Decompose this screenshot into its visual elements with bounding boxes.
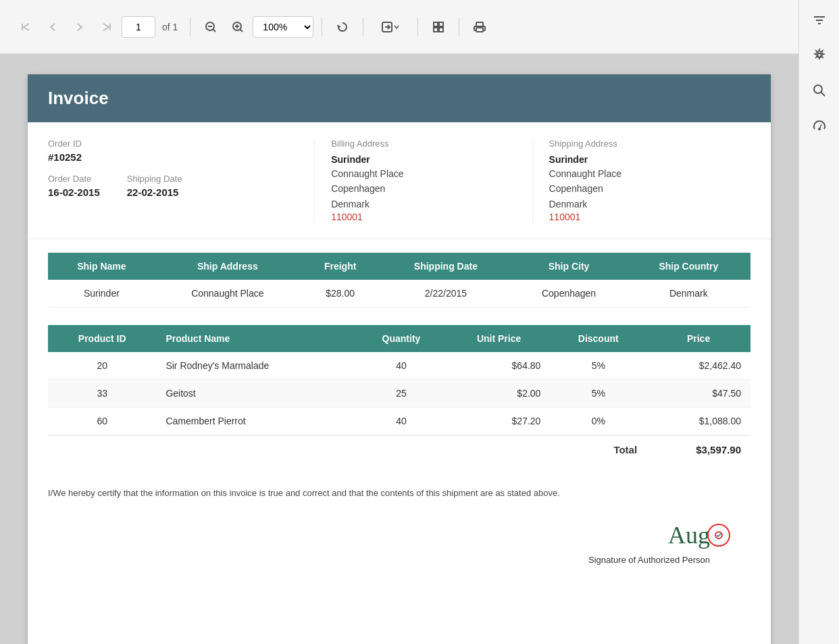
order-date-value: 16-02-2015 xyxy=(48,187,100,198)
freight-cell: $28.00 xyxy=(300,280,380,307)
freight-header: Freight xyxy=(300,253,380,280)
billing-city: Copenhagen xyxy=(331,181,515,196)
divider-5 xyxy=(459,18,459,36)
signature-circle[interactable] xyxy=(707,524,730,547)
settings-icon[interactable] xyxy=(810,46,829,65)
billing-postal: 110001 xyxy=(331,212,515,222)
doc-area: Invoice Order ID #10252 Order Date 16-02… xyxy=(0,54,798,644)
product-id-header: Product ID xyxy=(48,325,156,352)
product-name-2: Geitost xyxy=(156,380,355,407)
filter-icon[interactable] xyxy=(810,11,829,30)
shipping-date-cell: 2/22/2015 xyxy=(380,280,511,307)
products-table: Product ID Product Name Quantity Unit Pr… xyxy=(48,325,751,464)
main-area: of 1 50% 75% 100% 125% 150% 200% xyxy=(0,0,798,644)
page-number-input[interactable] xyxy=(122,16,155,38)
product-id-3: 60 xyxy=(48,407,156,436)
ship-country-cell: Denmark xyxy=(627,280,751,307)
shipping-name: Surinder xyxy=(549,154,751,165)
billing-address-section: Billing Address Surinder Connaught Place… xyxy=(315,139,532,222)
unit-price-3: $27.20 xyxy=(448,407,551,436)
toolbar: of 1 50% 75% 100% 125% 150% 200% xyxy=(0,0,798,54)
signature-label: Signature of Authorized Person xyxy=(588,555,710,565)
quantity-3: 40 xyxy=(355,407,448,436)
price-header: Price xyxy=(646,325,751,352)
shipping-country: Denmark xyxy=(549,197,751,212)
print-button[interactable] xyxy=(467,15,492,39)
divider-1 xyxy=(190,18,190,36)
product-row-2: 33 Geitost 25 $2.00 5% $47.50 xyxy=(48,380,751,407)
svg-rect-16 xyxy=(476,28,483,32)
product-id-2: 33 xyxy=(48,380,156,407)
zoom-out-button[interactable] xyxy=(199,15,223,39)
first-page-button[interactable] xyxy=(14,15,38,39)
price-1: $2,462.40 xyxy=(646,352,751,380)
total-label: Total xyxy=(48,435,646,464)
divider-2 xyxy=(322,18,322,36)
right-sidebar xyxy=(798,0,839,644)
order-date-label: Order Date xyxy=(48,174,100,184)
total-row: Total $3,597.90 xyxy=(48,435,751,464)
order-id-label: Order ID xyxy=(48,139,298,149)
product-name-3: Camembert Pierrot xyxy=(156,407,355,436)
zoom-select[interactable]: 50% 75% 100% 125% 150% 200% xyxy=(253,16,313,38)
products-table-section: Product ID Product Name Quantity Unit Pr… xyxy=(48,325,751,464)
svg-line-23 xyxy=(821,93,825,97)
quantity-header: Quantity xyxy=(355,325,448,352)
certification-text: I/We hereby certify that the information… xyxy=(48,487,751,501)
discount-header: Discount xyxy=(550,325,646,352)
ship-city-cell: Copenhagen xyxy=(511,280,627,307)
svg-point-25 xyxy=(818,128,821,130)
svg-line-8 xyxy=(240,29,243,32)
ship-table-row: Surinder Connaught Place $28.00 2/22/201… xyxy=(48,280,751,307)
speed-icon[interactable] xyxy=(810,116,829,135)
billing-name: Surinder xyxy=(331,154,515,165)
invoice-footer: I/We hereby certify that the information… xyxy=(28,470,771,585)
svg-rect-14 xyxy=(439,28,443,32)
meta-dates: Order Date 16-02-2015 Shipping Date 22-0… xyxy=(48,174,298,209)
order-id-value: #10252 xyxy=(48,151,298,163)
last-page-button[interactable] xyxy=(95,15,119,39)
quantity-1: 40 xyxy=(355,352,448,380)
prev-page-button[interactable] xyxy=(41,15,65,39)
shipping-postal: 110001 xyxy=(549,212,751,222)
export-button[interactable] xyxy=(372,15,409,39)
refresh-button[interactable] xyxy=(330,15,355,39)
ship-table: Ship Name Ship Address Freight Shipping … xyxy=(48,253,751,307)
order-date-group: Order Date 16-02-2015 xyxy=(48,174,100,209)
svg-rect-11 xyxy=(434,22,438,26)
svg-line-4 xyxy=(213,29,215,32)
shipping-address-label: Shipping Address xyxy=(549,139,751,149)
next-page-button[interactable] xyxy=(68,15,92,39)
products-header-row: Product ID Product Name Quantity Unit Pr… xyxy=(48,325,751,352)
signature-glyph: Aug xyxy=(668,521,710,549)
discount-1: 5% xyxy=(550,352,646,380)
discount-3: 0% xyxy=(550,407,646,436)
shipping-address1: Connaught Place xyxy=(549,166,751,181)
shipping-date-group: Shipping Date 22-02-2015 xyxy=(127,174,182,209)
ship-address-header: Ship Address xyxy=(155,253,300,280)
shipping-date-value: 22-02-2015 xyxy=(127,187,182,198)
page-of-label: of 1 xyxy=(162,22,178,32)
divider-3 xyxy=(363,18,363,36)
zoom-in-button[interactable] xyxy=(226,15,250,39)
ship-country-header: Ship Country xyxy=(627,253,751,280)
quantity-2: 25 xyxy=(355,380,448,407)
billing-country: Denmark xyxy=(331,197,515,212)
divider-4 xyxy=(417,18,418,36)
total-value: $3,597.90 xyxy=(646,435,751,464)
ship-name-cell: Surinder xyxy=(48,280,155,307)
ship-city-header: Ship City xyxy=(511,253,627,280)
invoice-title: Invoice xyxy=(48,88,751,109)
signature-area: Aug Signature of Authorized Person xyxy=(48,521,751,565)
svg-point-22 xyxy=(814,85,822,93)
ship-table-header-row: Ship Name Ship Address Freight Shipping … xyxy=(48,253,751,280)
search-icon[interactable] xyxy=(810,81,829,100)
ship-table-section: Ship Name Ship Address Freight Shipping … xyxy=(48,253,751,307)
view-button[interactable] xyxy=(426,15,451,39)
product-id-1: 20 xyxy=(48,352,156,380)
shipping-date-header: Shipping Date xyxy=(380,253,511,280)
ship-name-header: Ship Name xyxy=(48,253,155,280)
invoice-header: Invoice xyxy=(28,74,771,122)
product-name-header: Product Name xyxy=(156,325,355,352)
svg-rect-15 xyxy=(476,22,483,26)
